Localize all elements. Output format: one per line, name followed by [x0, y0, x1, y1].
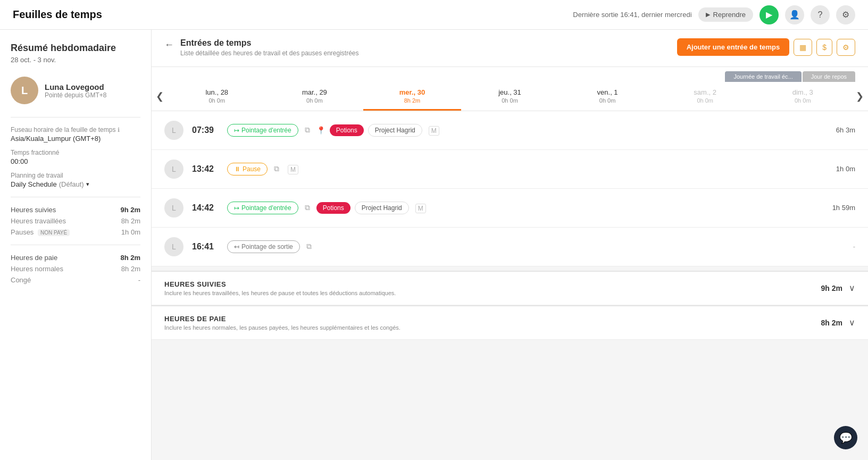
- divider-1: [11, 117, 140, 118]
- day-name-sam2: sam., 2: [694, 88, 716, 96]
- sidebar: Résumé hebdomadaire 28 oct. - 3 nov. L L…: [0, 30, 152, 460]
- potions-tag-entry1: Potions: [330, 124, 364, 136]
- m-icon: M: [288, 165, 298, 174]
- day-col-jeu31[interactable]: jeu., 31 0h 0m: [461, 82, 559, 111]
- heures-normales-value: 8h 2m: [121, 265, 140, 273]
- m-button-entry2[interactable]: M: [286, 164, 301, 174]
- heures-suivies-row: Heures suivies 9h 2m: [11, 206, 140, 214]
- coins-icon-button[interactable]: $: [816, 39, 832, 56]
- conge-value: -: [138, 276, 140, 284]
- top-nav: Feuilles de temps Dernière sortie 16:41,…: [0, 0, 868, 30]
- arrow-right-icon: ↦: [234, 127, 239, 134]
- timezone-value: Asia/Kuala_Lumpur (GMT+8): [11, 135, 140, 143]
- user-circle-button[interactable]: 👤: [785, 5, 804, 24]
- copy-icon: ⧉: [274, 164, 279, 173]
- heures-suivies-summary-title: HEURES SUIVIES: [164, 280, 396, 288]
- avatar-letter: L: [21, 85, 28, 97]
- user-sub: Pointé depuis GMT+8: [45, 91, 106, 99]
- main-content: ← Entrées de temps Liste détaillée des h…: [152, 30, 868, 460]
- entry-duration-entry4: -: [823, 242, 855, 250]
- tag-pointage-entree: ↦ Pointage d'entrée: [227, 202, 298, 214]
- planning-value: Daily Schedule: [11, 180, 57, 188]
- entry-avatar-entry4: L: [164, 237, 183, 256]
- content-header-left: ← Entrées de temps Liste détaillée des h…: [164, 38, 359, 58]
- week-days: lun., 28 0h 0m mar., 29 0h 0m mer., 30 8…: [168, 82, 852, 111]
- planning-sub: (Défaut): [59, 180, 84, 188]
- day-hours-ven1: 0h 0m: [599, 97, 616, 109]
- heures-paie-chevron[interactable]: ∨: [849, 317, 855, 328]
- heures-paie-summary-value: 8h 2m: [821, 319, 842, 327]
- arrow-exit-icon: ↤: [234, 243, 239, 250]
- heures-paie-summary-right: 8h 2m ∨: [821, 317, 855, 328]
- copy-button-entry2[interactable]: ⧉: [272, 163, 281, 174]
- copy-button-entry4[interactable]: ⧉: [304, 241, 314, 252]
- day-hours-jeu31: 0h 0m: [502, 97, 518, 109]
- prev-week-button[interactable]: ❮: [152, 82, 168, 111]
- chat-bubble[interactable]: 💬: [834, 426, 857, 449]
- avatar: L: [11, 77, 38, 104]
- day-name-lun28: lun., 28: [205, 88, 228, 96]
- heures-suivies-label: Heures suivies: [11, 206, 56, 214]
- tag-pointage-sortie: ↤ Pointage de sortie: [227, 240, 300, 253]
- heures-suivies-summary-row[interactable]: HEURES SUIVIES Inclure les heures travai…: [152, 272, 868, 305]
- temps-fractionne-label: Temps fractionné: [11, 149, 140, 156]
- temps-fractionne-value: 00:00: [11, 157, 140, 165]
- user-row: L Luna Lovegood Pointé depuis GMT+8: [11, 77, 140, 104]
- pauses-row: Pauses NON PAYÉ 1h 0m: [11, 228, 140, 236]
- back-arrow-icon: ←: [164, 39, 174, 50]
- day-col-ven1[interactable]: ven., 1 0h 0m: [558, 82, 656, 111]
- next-week-button[interactable]: ❯: [852, 82, 868, 111]
- settings-button[interactable]: ⚙: [836, 5, 855, 24]
- heures-suivies-value: 9h 2m: [120, 206, 140, 214]
- add-entry-button[interactable]: Ajouter une entrée de temps: [677, 38, 790, 56]
- planning-dropdown[interactable]: Daily Schedule (Défaut) ▾: [11, 180, 89, 188]
- layout-icon-button[interactable]: ▦: [794, 39, 812, 56]
- heures-travaillees-row: Heures travaillées 8h 2m: [11, 217, 140, 225]
- tag-pointage-entree: ↦ Pointage d'entrée: [227, 124, 298, 137]
- copy-button-entry3[interactable]: ⧉: [303, 202, 312, 213]
- heures-suivies-chevron[interactable]: ∨: [849, 283, 855, 293]
- content-header-right: Ajouter une entrée de temps ▦ $ ⚙: [677, 38, 855, 56]
- conge-row: Congé -: [11, 276, 140, 284]
- entry-tags-entry3: ↦ Pointage d'entrée ⧉ Potions Project Ha…: [227, 202, 815, 214]
- day-name-dim3: dim., 3: [792, 88, 813, 96]
- day-col-sam2[interactable]: sam., 2 0h 0m: [656, 82, 754, 111]
- day-hours-mer30: 8h 2m: [404, 97, 421, 109]
- planning-value-row: Daily Schedule (Défaut) ▾: [11, 180, 140, 188]
- pin-icon-entry1: 📍: [316, 126, 326, 135]
- day-col-mer30[interactable]: mer., 30 8h 2m: [363, 82, 461, 111]
- copy-icon: ⧉: [305, 203, 310, 212]
- project-tag-entry1: Project Hagrid: [368, 124, 422, 137]
- day-name-jeu31: jeu., 31: [498, 88, 521, 96]
- user-info: Luna Lovegood Pointé depuis GMT+8: [45, 82, 106, 99]
- heures-suivies-summary-left: HEURES SUIVIES Inclure les heures travai…: [164, 280, 396, 296]
- pause-icon: ⏸: [234, 165, 240, 173]
- chat-icon: 💬: [839, 431, 853, 444]
- heures-paie-summary-row[interactable]: HEURES DE PAIE Inclure les heures normal…: [152, 306, 868, 340]
- help-button[interactable]: ?: [811, 5, 830, 24]
- day-col-mar29[interactable]: mar., 29 0h 0m: [266, 82, 364, 111]
- info-icon: ℹ: [118, 127, 120, 133]
- back-button[interactable]: ←: [164, 39, 174, 51]
- heures-suivies-summary-value: 9h 2m: [821, 284, 842, 292]
- badge-rest: Jour de repos: [803, 71, 855, 82]
- non-paye-badge: NON PAYÉ: [38, 229, 70, 236]
- heures-paie-summary-desc: Inclure les heures normales, les pauses …: [164, 324, 400, 331]
- day-hours-sam2: 0h 0m: [697, 97, 713, 109]
- entry-time-entry2: 13:42: [192, 164, 219, 174]
- day-hours-dim3: 0h 0m: [795, 97, 811, 109]
- m-button-entry1[interactable]: M: [427, 125, 441, 136]
- m-icon: M: [429, 126, 439, 136]
- copy-button-entry1[interactable]: ⧉: [303, 124, 312, 136]
- reprendre-button[interactable]: ▶ Reprendre: [698, 7, 753, 22]
- day-col-lun28[interactable]: lun., 28 0h 0m: [168, 82, 266, 111]
- day-col-dim3[interactable]: dim., 3 0h 0m: [754, 82, 852, 111]
- status-badges-row: Journée de travail éc... Jour de repos: [152, 67, 868, 82]
- chevron-down-icon: ∨: [849, 318, 855, 327]
- m-button-entry3[interactable]: M: [413, 203, 428, 213]
- gear-icon-button[interactable]: ⚙: [837, 39, 855, 56]
- gear-icon: ⚙: [842, 43, 849, 52]
- divider-2: [11, 197, 140, 197]
- heures-suivies-summary-desc: Inclure les heures travaillées, les heur…: [164, 290, 396, 296]
- play-green-button[interactable]: ▶: [760, 5, 779, 24]
